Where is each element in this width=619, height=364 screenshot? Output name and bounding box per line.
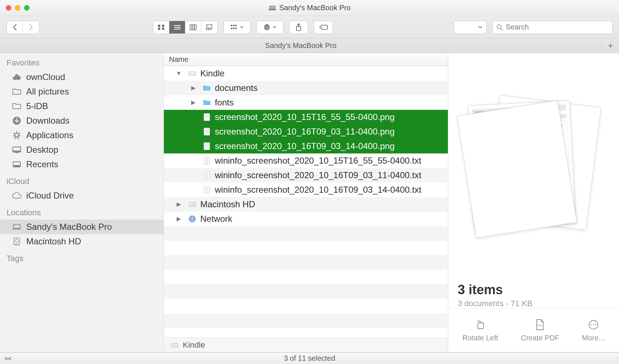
view-mode-segmented [153,21,218,34]
back-button[interactable] [7,21,23,33]
file-name: wininfo_screenshot_2020_10_16T09_03_11-0… [215,171,421,180]
close-window-button[interactable] [6,5,11,11]
search-field[interactable] [492,21,612,34]
svg-rect-19 [235,25,237,26]
icon-view-button[interactable] [153,21,169,33]
svg-rect-2 [268,9,276,10]
file-row[interactable]: screenshot_2020_10_15T16_55_55-0400.png [164,110,448,124]
sidebar-item-applications[interactable]: Applications [0,128,163,143]
preview-info: 3 items 3 documents - 71 KB [448,279,619,308]
action-label: More... [582,334,605,342]
list-view-button[interactable] [169,21,185,33]
file-name: wininfo_screenshot_2020_10_16T09_03_14-0… [215,185,421,194]
svg-rect-17 [231,25,232,26]
file-name: Kindle [200,69,225,78]
disclosure-triangle-icon[interactable]: ▶ [188,85,199,91]
sidebar-item-label: iCloud Drive [26,191,74,201]
share-button[interactable] [289,21,308,34]
sidebar-item-recents[interactable]: Recents [0,157,163,172]
action-label: Rotate Left [462,334,498,342]
customize-icon[interactable] [4,356,12,361]
sidebar-item-label: Desktop [26,145,58,155]
forward-button[interactable] [23,21,39,33]
rotate-left-action[interactable]: Rotate Left [462,319,498,342]
action-menu-button[interactable] [256,21,283,34]
svg-line-30 [501,28,502,30]
disclosure-triangle-icon[interactable]: ▶ [188,100,199,105]
drive-icon [170,342,179,348]
laptop-icon [12,223,22,231]
svg-rect-6 [162,28,164,30]
svg-rect-75 [189,202,196,207]
file-list[interactable]: ▼Kindle▶documents▶fonts screenshot_2020_… [164,66,448,337]
sidebar-item-label: 5-iDB [26,101,48,111]
disclosure-triangle-icon[interactable]: ▼ [173,71,184,76]
svg-rect-10 [190,25,192,30]
more-icon [587,319,600,331]
svg-point-85 [595,324,596,325]
sidebar-item-desktop[interactable]: Desktop [0,143,163,157]
svg-point-44 [15,239,18,242]
file-name: screenshot_2020_10_16T09_03_11-0400.png [215,127,395,136]
gallery-view-button[interactable] [201,21,217,33]
search-input[interactable] [506,23,608,31]
tab-bar: Sandy's MacBook Pro + [0,39,619,53]
sidebar-item-owncloud[interactable]: ownCloud [0,70,163,84]
sidebar-item-downloads[interactable]: Downloads [0,113,163,128]
preview-subtitle: 3 documents - 71 KB [458,299,610,308]
finder-window: Sandy's MacBook Pro [0,0,619,364]
zoom-window-button[interactable] [24,5,29,11]
image-icon [202,127,211,136]
svg-rect-80 [478,323,484,329]
sidebar-item-icloud-drive[interactable]: iCloud Drive [0,188,163,203]
sidebar-item-label: Applications [26,130,73,140]
disclosure-triangle-icon[interactable]: ▶ [173,201,184,207]
svg-rect-26 [267,24,267,26]
minimize-window-button[interactable] [15,5,20,11]
svg-rect-18 [233,25,234,26]
tags-button[interactable] [314,21,333,34]
sidebar-item-label: ownCloud [26,72,65,82]
svg-rect-21 [233,28,234,29]
svg-rect-5 [158,28,160,30]
file-row[interactable]: ▶Network [164,212,448,226]
file-row[interactable]: wininfo_screenshot_2020_10_15T16_55_55-0… [164,153,448,168]
file-row[interactable]: ▶Macintosh HD [164,197,448,212]
new-tab-button[interactable]: + [602,39,619,53]
owncloud-icon [12,73,22,81]
file-row[interactable]: screenshot_2020_10_16T09_03_14-0400.png [164,139,448,153]
empty-row [164,270,448,284]
file-row[interactable]: screenshot_2020_10_16T09_03_11-0400.png [164,124,448,139]
svg-point-47 [194,74,195,75]
sidebar-item-this-mac[interactable]: Sandy's MacBook Pro [0,220,163,234]
svg-point-40 [16,166,17,167]
file-name: screenshot_2020_10_15T16_55_55-0400.png [215,113,395,121]
svg-point-33 [15,74,19,78]
more-actions[interactable]: More... [582,319,605,342]
file-row[interactable]: wininfo_screenshot_2020_10_16T09_03_14-0… [164,183,448,197]
disclosure-triangle-icon[interactable]: ▶ [173,216,184,222]
column-view-button[interactable] [185,21,201,33]
svg-rect-14 [206,29,207,30]
status-text: 3 of 11 selected [284,354,335,363]
path-bar[interactable]: Kindle [164,337,448,352]
svg-rect-53 [205,129,209,132]
pdf-icon: PDF [534,319,546,331]
sidebar-item-all-pictures[interactable]: All pictures [0,84,163,99]
svg-rect-9 [174,29,181,29]
tab-active[interactable]: Sandy's MacBook Pro [0,39,602,53]
sidebar-item-5idb[interactable]: 5-iDB [0,99,163,113]
column-header-name[interactable]: Name [164,53,448,66]
file-row[interactable]: ▼Kindle [164,66,448,81]
group-by-button[interactable] [224,21,251,34]
file-row[interactable]: ▶documents [164,81,448,95]
desktop-icon [12,145,22,154]
sidebar-item-macintosh-hd[interactable]: Macintosh HD [0,234,163,249]
toolbar-dropdown[interactable] [454,21,486,34]
file-row[interactable]: wininfo_screenshot_2020_10_16T09_03_11-0… [164,168,448,183]
sidebar-header-locations: Locations [0,203,163,220]
action-label: Create PDF [521,334,560,342]
search-icon [496,24,503,31]
create-pdf-action[interactable]: PDF Create PDF [521,319,560,342]
file-row[interactable]: ▶fonts [164,95,448,110]
